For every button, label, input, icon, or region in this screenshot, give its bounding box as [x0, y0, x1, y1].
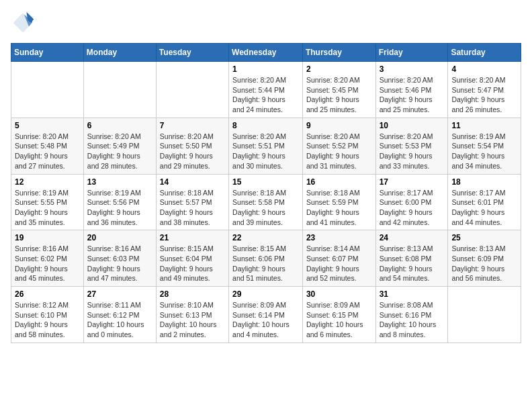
calendar-cell: 24Sunrise: 8:13 AM Sunset: 6:08 PM Dayli… — [375, 230, 448, 287]
calendar-cell: 2Sunrise: 8:20 AM Sunset: 5:45 PM Daylig… — [302, 62, 375, 118]
day-number: 16 — [306, 177, 372, 187]
calendar-header: SundayMondayTuesdayWednesdayThursdayFrid… — [11, 44, 521, 62]
day-number: 10 — [380, 121, 445, 130]
day-info: Sunrise: 8:18 AM Sunset: 5:59 PM Dayligh… — [306, 188, 372, 228]
day-info: Sunrise: 8:16 AM Sunset: 6:03 PM Dayligh… — [87, 244, 152, 283]
weekday-header-wednesday: Wednesday — [229, 44, 303, 62]
calendar-cell: 14Sunrise: 8:18 AM Sunset: 5:57 PM Dayli… — [156, 174, 228, 230]
day-info: Sunrise: 8:09 AM Sunset: 6:15 PM Dayligh… — [306, 300, 372, 340]
day-number: 6 — [87, 121, 152, 130]
page-header — [11, 11, 521, 35]
calendar-cell: 27Sunrise: 8:11 AM Sunset: 6:12 PM Dayli… — [83, 287, 156, 343]
day-number: 8 — [232, 121, 299, 130]
calendar-cell: 7Sunrise: 8:20 AM Sunset: 5:50 PM Daylig… — [156, 118, 228, 174]
calendar-cell — [156, 62, 228, 118]
day-info: Sunrise: 8:15 AM Sunset: 6:04 PM Dayligh… — [160, 244, 225, 283]
weekday-header-monday: Monday — [83, 44, 156, 62]
calendar-cell: 18Sunrise: 8:17 AM Sunset: 6:01 PM Dayli… — [448, 174, 521, 230]
day-number: 27 — [87, 289, 152, 299]
calendar-cell: 11Sunrise: 8:19 AM Sunset: 5:54 PM Dayli… — [448, 118, 521, 174]
calendar-cell: 19Sunrise: 8:16 AM Sunset: 6:02 PM Dayli… — [11, 230, 84, 287]
day-number: 28 — [160, 289, 225, 299]
day-info: Sunrise: 8:20 AM Sunset: 5:48 PM Dayligh… — [15, 132, 80, 171]
day-info: Sunrise: 8:19 AM Sunset: 5:54 PM Dayligh… — [451, 132, 517, 171]
day-number: 2 — [306, 64, 372, 74]
day-info: Sunrise: 8:19 AM Sunset: 5:56 PM Dayligh… — [87, 188, 152, 228]
calendar-week-4: 19Sunrise: 8:16 AM Sunset: 6:02 PM Dayli… — [11, 230, 521, 287]
calendar-cell: 13Sunrise: 8:19 AM Sunset: 5:56 PM Dayli… — [83, 174, 156, 230]
calendar-cell: 8Sunrise: 8:20 AM Sunset: 5:51 PM Daylig… — [229, 118, 303, 174]
day-info: Sunrise: 8:18 AM Sunset: 5:58 PM Dayligh… — [232, 188, 299, 228]
day-number: 14 — [160, 177, 225, 187]
logo — [11, 11, 39, 35]
calendar-week-1: 1Sunrise: 8:20 AM Sunset: 5:44 PM Daylig… — [11, 62, 521, 118]
calendar-cell: 10Sunrise: 8:20 AM Sunset: 5:53 PM Dayli… — [375, 118, 448, 174]
calendar-cell: 12Sunrise: 8:19 AM Sunset: 5:55 PM Dayli… — [11, 174, 84, 230]
day-info: Sunrise: 8:08 AM Sunset: 6:16 PM Dayligh… — [380, 300, 445, 340]
calendar-cell — [83, 62, 156, 118]
day-number: 31 — [380, 289, 445, 299]
day-info: Sunrise: 8:20 AM Sunset: 5:50 PM Dayligh… — [160, 132, 225, 171]
calendar-cell: 29Sunrise: 8:09 AM Sunset: 6:14 PM Dayli… — [229, 287, 303, 343]
day-info: Sunrise: 8:17 AM Sunset: 6:01 PM Dayligh… — [451, 188, 517, 228]
day-number: 26 — [15, 289, 80, 299]
day-info: Sunrise: 8:20 AM Sunset: 5:49 PM Dayligh… — [87, 132, 152, 171]
day-info: Sunrise: 8:14 AM Sunset: 6:07 PM Dayligh… — [306, 244, 372, 283]
calendar-cell: 28Sunrise: 8:10 AM Sunset: 6:13 PM Dayli… — [156, 287, 228, 343]
calendar-cell: 20Sunrise: 8:16 AM Sunset: 6:03 PM Dayli… — [83, 230, 156, 287]
calendar-cell: 4Sunrise: 8:20 AM Sunset: 5:47 PM Daylig… — [448, 62, 521, 118]
calendar-cell: 3Sunrise: 8:20 AM Sunset: 5:46 PM Daylig… — [375, 62, 448, 118]
calendar-cell: 9Sunrise: 8:20 AM Sunset: 5:52 PM Daylig… — [302, 118, 375, 174]
calendar-cell: 31Sunrise: 8:08 AM Sunset: 6:16 PM Dayli… — [375, 287, 448, 343]
day-number: 13 — [87, 177, 152, 187]
day-info: Sunrise: 8:16 AM Sunset: 6:02 PM Dayligh… — [15, 244, 80, 283]
calendar-cell — [448, 287, 521, 343]
logo-icon — [11, 11, 35, 35]
day-info: Sunrise: 8:20 AM Sunset: 5:47 PM Dayligh… — [451, 75, 517, 115]
day-number: 12 — [15, 177, 80, 187]
calendar-cell: 15Sunrise: 8:18 AM Sunset: 5:58 PM Dayli… — [229, 174, 303, 230]
day-number: 15 — [232, 177, 299, 187]
calendar-cell: 26Sunrise: 8:12 AM Sunset: 6:10 PM Dayli… — [11, 287, 84, 343]
day-info: Sunrise: 8:13 AM Sunset: 6:09 PM Dayligh… — [451, 244, 517, 283]
day-number: 22 — [232, 233, 299, 242]
day-number: 20 — [87, 233, 152, 242]
day-number: 4 — [451, 64, 517, 74]
calendar-cell: 1Sunrise: 8:20 AM Sunset: 5:44 PM Daylig… — [229, 62, 303, 118]
calendar-table: SundayMondayTuesdayWednesdayThursdayFrid… — [11, 43, 521, 343]
day-info: Sunrise: 8:17 AM Sunset: 6:00 PM Dayligh… — [380, 188, 445, 228]
calendar-cell: 5Sunrise: 8:20 AM Sunset: 5:48 PM Daylig… — [11, 118, 84, 174]
weekday-header-thursday: Thursday — [302, 44, 375, 62]
day-info: Sunrise: 8:12 AM Sunset: 6:10 PM Dayligh… — [15, 300, 80, 340]
day-number: 11 — [451, 121, 517, 130]
day-number: 29 — [232, 289, 299, 299]
calendar-cell: 16Sunrise: 8:18 AM Sunset: 5:59 PM Dayli… — [302, 174, 375, 230]
day-number: 19 — [15, 233, 80, 242]
calendar-cell — [11, 62, 84, 118]
weekday-header-tuesday: Tuesday — [156, 44, 228, 62]
day-info: Sunrise: 8:20 AM Sunset: 5:46 PM Dayligh… — [380, 75, 445, 115]
calendar-cell: 6Sunrise: 8:20 AM Sunset: 5:49 PM Daylig… — [83, 118, 156, 174]
calendar-week-2: 5Sunrise: 8:20 AM Sunset: 5:48 PM Daylig… — [11, 118, 521, 174]
day-number: 17 — [380, 177, 445, 187]
calendar-cell: 23Sunrise: 8:14 AM Sunset: 6:07 PM Dayli… — [302, 230, 375, 287]
day-info: Sunrise: 8:20 AM Sunset: 5:53 PM Dayligh… — [380, 132, 445, 171]
day-info: Sunrise: 8:13 AM Sunset: 6:08 PM Dayligh… — [380, 244, 445, 283]
calendar-cell: 30Sunrise: 8:09 AM Sunset: 6:15 PM Dayli… — [302, 287, 375, 343]
day-info: Sunrise: 8:20 AM Sunset: 5:52 PM Dayligh… — [306, 132, 372, 171]
calendar-cell: 25Sunrise: 8:13 AM Sunset: 6:09 PM Dayli… — [448, 230, 521, 287]
calendar-cell: 17Sunrise: 8:17 AM Sunset: 6:00 PM Dayli… — [375, 174, 448, 230]
day-number: 23 — [306, 233, 372, 242]
day-number: 9 — [306, 121, 372, 130]
day-info: Sunrise: 8:09 AM Sunset: 6:14 PM Dayligh… — [232, 300, 299, 340]
day-info: Sunrise: 8:19 AM Sunset: 5:55 PM Dayligh… — [15, 188, 80, 228]
calendar-week-3: 12Sunrise: 8:19 AM Sunset: 5:55 PM Dayli… — [11, 174, 521, 230]
day-number: 18 — [451, 177, 517, 187]
day-number: 30 — [306, 289, 372, 299]
day-info: Sunrise: 8:10 AM Sunset: 6:13 PM Dayligh… — [160, 300, 225, 340]
day-number: 7 — [160, 121, 225, 130]
calendar-cell: 22Sunrise: 8:15 AM Sunset: 6:06 PM Dayli… — [229, 230, 303, 287]
day-number: 5 — [15, 121, 80, 130]
day-number: 1 — [232, 64, 299, 74]
day-info: Sunrise: 8:15 AM Sunset: 6:06 PM Dayligh… — [232, 244, 299, 283]
